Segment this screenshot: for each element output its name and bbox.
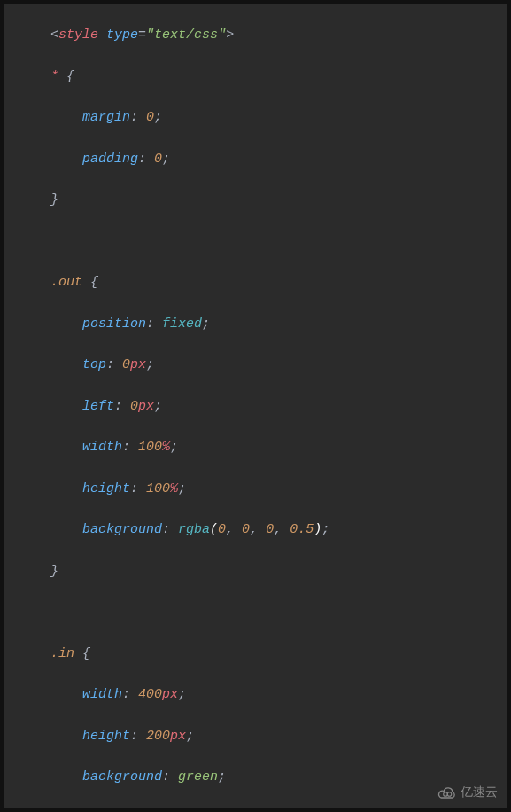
svg-point-1 xyxy=(447,792,452,797)
code-line: } xyxy=(19,190,507,210)
code-line: left: 0px; xyxy=(19,396,507,417)
code-line: * { xyxy=(19,66,507,87)
code-line: position: fixed; xyxy=(19,314,507,334)
watermark: 亿速云 xyxy=(437,785,498,800)
code-line: height: 100%; xyxy=(19,479,507,499)
code-line: margin: 0; xyxy=(19,107,507,128)
code-line: width: 400px; xyxy=(19,684,507,705)
code-line: .out { xyxy=(19,272,507,293)
code-line: width: 100%; xyxy=(19,437,507,457)
watermark-text: 亿速云 xyxy=(461,785,498,800)
code-line: <style type="text/css"> xyxy=(19,25,507,45)
code-line: } xyxy=(19,808,507,812)
svg-point-0 xyxy=(444,792,448,797)
code-line: height: 200px; xyxy=(19,726,507,746)
code-line: } xyxy=(19,561,507,582)
code-line: padding: 0; xyxy=(19,149,507,169)
code-line: top: 0px; xyxy=(19,355,507,375)
code-line: background: rgba(0, 0, 0, 0.5); xyxy=(19,519,507,540)
code-block: <style type="text/css"> * { margin: 0; p… xyxy=(4,4,507,812)
code-line xyxy=(19,231,507,252)
cloud-icon xyxy=(437,785,457,800)
code-line: background: green; xyxy=(19,767,507,787)
code-line: .in { xyxy=(19,644,507,664)
code-line xyxy=(19,602,507,622)
